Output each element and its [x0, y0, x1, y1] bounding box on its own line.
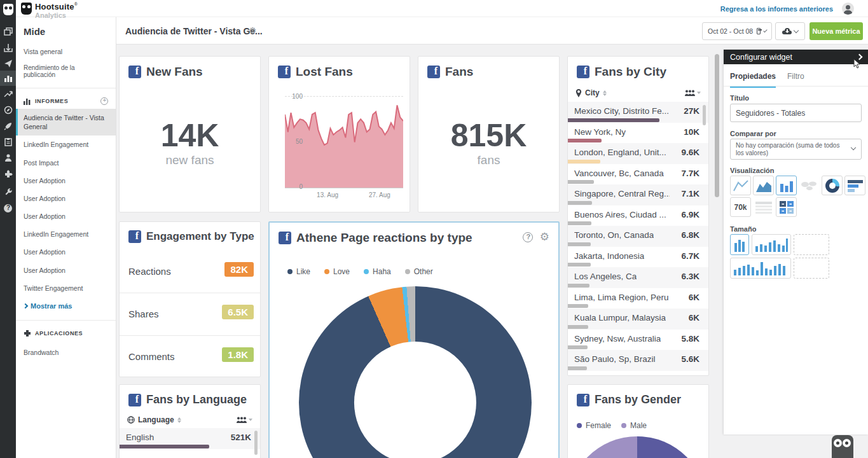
viz-donut-option[interactable] [822, 176, 843, 195]
sidebar-report-item[interactable]: Post Impact [16, 154, 116, 172]
sidebar-item-vista-general[interactable]: Vista general [16, 43, 116, 60]
engagement-row[interactable]: Reactions82K [120, 251, 260, 293]
sidebar-report-item[interactable]: User Adoption [16, 207, 116, 225]
widget-title-input[interactable] [730, 104, 862, 122]
size-small-option-selected[interactable] [730, 234, 749, 255]
table-row[interactable]: Vancouver, Bc, Canada7.7K [568, 164, 708, 185]
settings-wrench-icon[interactable] [0, 184, 16, 200]
date-range-picker[interactable]: Oct 02 - Oct 08 [702, 22, 772, 40]
sidebar-report-item[interactable]: User Adoption [16, 172, 116, 190]
legend-item[interactable]: Other [405, 267, 433, 276]
streams-icon[interactable] [0, 24, 16, 39]
viz-grid-option[interactable] [776, 197, 797, 217]
visualization-options: 70k [730, 176, 866, 217]
engagement-row[interactable]: Comments1.8K [120, 336, 260, 377]
widget-scrollbar-thumb[interactable] [254, 431, 258, 455]
city-label: New York, Ny [574, 127, 626, 137]
engagement-row[interactable]: Shares6.5K [120, 293, 260, 336]
table-row[interactable]: English521K [120, 428, 260, 449]
table-row[interactable]: Los Angeles, Ca6.3K [568, 267, 708, 288]
reactions-donut-chart[interactable] [299, 286, 532, 458]
city-label: Vancouver, Bc, Canada [574, 169, 664, 178]
legend-item[interactable]: Like [287, 267, 310, 276]
viz-area-chart-option[interactable] [753, 176, 774, 195]
legend-item[interactable]: Female [577, 421, 611, 430]
compass-icon[interactable] [0, 102, 16, 118]
widget-help-icon[interactable] [523, 232, 533, 242]
city-value: 7.1K [681, 189, 699, 198]
table-row[interactable]: Sydney, Nsw, Australia5.8K [568, 330, 708, 350]
table-row[interactable]: Kuala Lumpur, Malaysia6K [568, 309, 708, 330]
sidebar-report-item[interactable]: Twitter Engagement [16, 279, 116, 297]
size-placeholder[interactable] [794, 258, 829, 279]
widget-gear-icon[interactable]: ⚙ [540, 230, 549, 244]
table-row[interactable]: London, England, Unit...9.6K [568, 143, 708, 164]
apps-puzzle-icon[interactable] [0, 167, 16, 182]
gender-pie-chart[interactable] [567, 436, 707, 458]
configure-widget-panel: Configurar widget Propiedades Filtro Tít… [724, 50, 868, 434]
sidebar-report-item[interactable]: User Adoption [16, 261, 116, 279]
widget-scrollbar-thumb[interactable] [703, 105, 706, 125]
table-row[interactable]: Lima, Lima Region, Peru6K [568, 288, 708, 309]
dashboard-gear-icon[interactable]: ⚙ [249, 25, 257, 36]
feedback-owl-icon[interactable] [832, 435, 853, 458]
hootsuite-owl-logo-icon[interactable] [0, 2, 16, 17]
table-row[interactable]: Singapore, Central Reg...7.1K [568, 184, 708, 205]
viz-table-option-disabled[interactable] [753, 197, 774, 217]
sidebar-report-item[interactable]: LinkedIn Engagement [16, 135, 116, 153]
dashboard-scrollbar-thumb[interactable] [715, 54, 719, 197]
sidebar-report-item[interactable]: User Adoption [16, 243, 116, 261]
sort-desc-icon[interactable] [697, 92, 701, 94]
compare-select[interactable]: No hay comparación (suma de todos los va… [730, 139, 862, 160]
viz-map-option-disabled[interactable] [799, 176, 820, 195]
back-to-reports-link[interactable]: Regresa a los informes anteriores [720, 5, 833, 13]
table-row[interactable]: São Paulo, Sp, Brazil5.6K [568, 350, 708, 371]
size-large-option[interactable] [730, 258, 791, 279]
table-header: Language [127, 415, 252, 424]
sort-arrows-icon[interactable] [603, 90, 607, 96]
table-row[interactable]: Toronto, On, Canada6.8K [568, 226, 708, 247]
new-metric-button[interactable]: Nueva métrica [809, 22, 863, 40]
legend-item[interactable]: Haha [364, 267, 391, 276]
table-row[interactable]: Buenos Aires, Ciudad ...6.9K [568, 205, 708, 226]
facebook-icon [128, 66, 141, 78]
trends-icon[interactable] [0, 87, 16, 102]
viz-list-option[interactable] [844, 176, 865, 195]
boost-rocket-icon[interactable] [0, 118, 16, 134]
sidebar-item-rendimiento[interactable]: Rendimiento de la publicación [16, 60, 116, 83]
city-label: Buenos Aires, Ciudad ... [574, 210, 666, 219]
viz-bar-chart-option-selected[interactable] [776, 176, 797, 195]
contacts-person-icon[interactable] [0, 150, 16, 165]
help-icon[interactable]: ? [0, 200, 16, 216]
show-more-link[interactable]: Mostrar más [16, 297, 116, 315]
size-placeholder[interactable] [794, 234, 829, 255]
viz-big-number-option[interactable]: 70k [730, 197, 751, 217]
inbox-icon[interactable] [0, 40, 16, 55]
table-row[interactable]: New York, Ny10K [568, 123, 708, 144]
legend-item[interactable]: Male [621, 421, 647, 430]
viz-line-chart-option[interactable] [730, 176, 751, 195]
add-report-icon[interactable] [100, 97, 108, 105]
city-column-header[interactable]: City [585, 88, 600, 97]
export-download-button[interactable] [775, 22, 805, 40]
sidebar-item-brandwatch[interactable]: Brandwatch [16, 341, 116, 361]
assignments-clipboard-icon[interactable] [0, 134, 16, 149]
size-medium-option[interactable] [752, 234, 791, 255]
facebook-icon [128, 230, 141, 243]
user-avatar[interactable] [842, 3, 854, 15]
sidebar-report-item[interactable]: User Adoption [16, 190, 116, 207]
widget-title: Lost Fans [296, 65, 353, 79]
sidebar-report-item[interactable]: Audiencia de Twitter - Vista General [16, 109, 116, 135]
analytics-icon[interactable] [0, 71, 16, 86]
widget-reactions-by-type-selected[interactable]: Athene Page reactions by type ⚙ LikeLove… [268, 221, 560, 458]
city-value: 6.9K [681, 210, 699, 219]
sort-arrows-icon[interactable] [177, 417, 181, 423]
table-row[interactable]: Mexico City, Distrito Fe...27K [568, 102, 708, 123]
legend-item[interactable]: Love [324, 267, 350, 276]
language-column-header[interactable]: Language [138, 415, 174, 424]
publish-plane-icon[interactable] [0, 56, 16, 71]
left-icon-rail: ? [0, 0, 16, 458]
sort-desc-icon[interactable] [249, 419, 252, 421]
table-row[interactable]: Jakarta, Indonesia6.7K [568, 247, 708, 268]
sidebar-report-item[interactable]: LinkedIn Engagement [16, 225, 116, 243]
